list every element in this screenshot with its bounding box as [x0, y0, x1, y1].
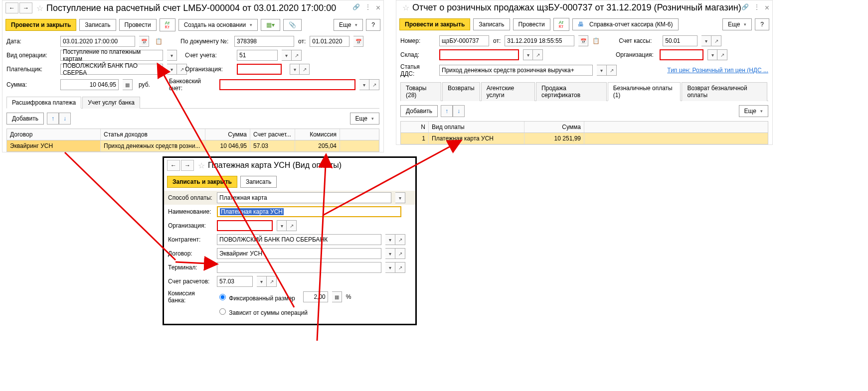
open-icon[interactable]: ↗	[300, 64, 310, 75]
dropdown-icon[interactable]: ▾	[701, 35, 711, 46]
favorite-star-icon[interactable]: ☆	[402, 3, 409, 12]
tab-bank-services[interactable]: Учет услуг банка	[82, 97, 140, 109]
dtkt-button[interactable]: АтКт	[160, 18, 175, 31]
favorite-star-icon[interactable]: ☆	[36, 3, 43, 13]
org-input[interactable]	[660, 49, 703, 60]
open-icon[interactable]: ↗	[607, 65, 617, 76]
back-button[interactable]: ←	[167, 160, 180, 171]
table-more-button[interactable]: Еще	[739, 105, 768, 117]
calendar-icon[interactable]: 📅	[578, 35, 588, 46]
acct-input[interactable]: 51	[237, 50, 278, 61]
commission-depends-radio[interactable]: Зависит от суммы операций	[217, 307, 308, 316]
tab-returns[interactable]: Возвраты	[442, 82, 480, 101]
col-contract[interactable]: Договор	[7, 129, 101, 140]
col-commission[interactable]: Комиссия	[295, 129, 340, 140]
dropdown-icon[interactable]: ▾	[395, 192, 405, 203]
post-button[interactable]: Провести	[119, 19, 157, 31]
col-payment-type[interactable]: Вид оплаты	[429, 122, 524, 132]
open-icon[interactable]: ↗	[395, 248, 405, 259]
write-button[interactable]: Записать	[473, 18, 510, 30]
add-button[interactable]: Добавить	[6, 113, 44, 125]
col-income-article[interactable]: Статья доходов	[101, 129, 205, 140]
col-sum[interactable]: Сумма	[524, 122, 584, 132]
optype-input[interactable]: Поступление по платежным картам	[60, 50, 163, 61]
open-icon[interactable]: ↗	[395, 262, 405, 273]
move-down-button[interactable]: ↓	[453, 105, 465, 117]
terminal-input[interactable]	[217, 262, 381, 273]
km6-report-button[interactable]: 🖶 Справка-отчет кассира (КМ-6)	[572, 18, 679, 30]
add-button[interactable]: Добавить	[400, 105, 438, 117]
dropdown-icon[interactable]: ▾	[523, 49, 533, 60]
open-icon[interactable]: ↗	[292, 50, 302, 61]
method-input[interactable]: Платежная карта	[217, 192, 391, 203]
help-button[interactable]: ?	[366, 19, 380, 31]
col-n[interactable]: N	[401, 122, 429, 132]
acct-input[interactable]: 57.03	[217, 276, 253, 287]
col-amount[interactable]: Сумма	[205, 129, 250, 140]
dropdown-icon[interactable]: ▾	[167, 50, 177, 61]
help-button[interactable]: ?	[755, 18, 769, 30]
open-icon[interactable]: ↗	[717, 49, 727, 60]
table-more-button[interactable]: Еще	[350, 113, 379, 125]
date-input[interactable]: 03.01.2020 17:00:00	[60, 36, 135, 47]
write-button[interactable]: Записать	[240, 176, 277, 188]
price-type-link[interactable]: Тип цен: Розничный тип цен (НДС ...	[667, 67, 768, 74]
tab-cashless-return[interactable]: Возврат безналичной оплаты	[682, 82, 767, 101]
payer-input[interactable]: ПОВОЛЖСКИЙ БАНК ПАО СБЕРБА	[60, 64, 163, 75]
dds-input[interactable]: Приход денежных средств розничная выручк…	[439, 65, 593, 76]
dropdown-icon[interactable]: ▾	[167, 64, 177, 75]
forward-button[interactable]: →	[181, 160, 194, 171]
open-icon[interactable]: ↗	[533, 49, 543, 60]
more-vert-icon[interactable]: ⋮	[754, 3, 760, 12]
close-icon[interactable]: ×	[765, 3, 769, 12]
link-icon[interactable]: 🔗	[741, 3, 749, 12]
docnum-input[interactable]: 378398	[234, 36, 294, 47]
post-button[interactable]: Провести	[513, 18, 550, 30]
dropdown-icon[interactable]: ▾	[385, 234, 395, 245]
check-icon[interactable]: 📋	[155, 38, 163, 45]
more-vert-icon[interactable]: ⋮	[365, 3, 371, 12]
org-input[interactable]	[237, 64, 282, 75]
calc-icon[interactable]: ▦	[332, 291, 342, 302]
table-row[interactable]: Эквайринг УСН Приход денежных средств ро…	[7, 140, 379, 151]
num-input[interactable]: щзБУ-000737	[439, 35, 489, 46]
warehouse-input[interactable]	[439, 49, 519, 60]
dropdown-icon[interactable]: ▾	[385, 248, 395, 259]
table-row[interactable]: 1 Платежная карта УСН 10 251,99	[401, 133, 768, 144]
dropdown-icon[interactable]: ▾	[277, 220, 287, 231]
shield-dropdown-button[interactable]: ▦▾	[261, 19, 280, 31]
tab-goods[interactable]: Товары (28)	[400, 82, 441, 101]
post-and-close-button[interactable]: Провести и закрыть	[5, 19, 76, 31]
tab-cashless[interactable]: Безналичные оплаты (1)	[608, 82, 681, 101]
open-icon[interactable]: ↗	[395, 234, 405, 245]
contract-input[interactable]: Эквайринг УСН	[217, 248, 381, 259]
dropdown-icon[interactable]: ▾	[290, 64, 300, 75]
dropdown-icon[interactable]: ▾	[359, 79, 369, 90]
close-icon[interactable]: ×	[376, 3, 380, 12]
dropdown-icon[interactable]: ▾	[257, 276, 267, 287]
forward-button[interactable]: →	[19, 2, 32, 13]
amount-input[interactable]: 10 046,95	[60, 79, 119, 90]
tab-payment-detail[interactable]: Расшифровка платежа	[6, 97, 81, 109]
dropdown-icon[interactable]: ▾	[707, 49, 717, 60]
calendar-icon-2[interactable]: 📅	[353, 36, 363, 47]
dtkt-button[interactable]: АтКт	[553, 18, 569, 31]
docfrom-input[interactable]: 01.01.2020	[310, 36, 349, 47]
cash-input[interactable]: 50.01	[663, 35, 697, 46]
back-button[interactable]: ←	[5, 2, 18, 13]
check-icon[interactable]: 📋	[592, 37, 600, 44]
open-icon[interactable]: ↗	[287, 220, 297, 231]
more-button[interactable]: Еще	[722, 18, 752, 30]
name-input[interactable]: Платежная карта УСН	[217, 206, 401, 217]
tab-certificates[interactable]: Продажа сертификатов	[536, 82, 607, 101]
open-icon[interactable]: ↗	[267, 276, 277, 287]
open-icon[interactable]: ↗	[711, 35, 721, 46]
create-based-button[interactable]: Создать на основании	[178, 19, 258, 31]
move-up-button[interactable]: ↑	[47, 113, 59, 125]
dropdown-icon[interactable]: ▾	[385, 262, 395, 273]
open-icon[interactable]: ↗	[369, 79, 379, 90]
commission-value-input[interactable]: 2,00	[303, 291, 328, 302]
dropdown-icon[interactable]: ▾	[282, 50, 292, 61]
move-up-button[interactable]: ↑	[441, 105, 453, 117]
more-button[interactable]: Еще	[334, 19, 363, 31]
